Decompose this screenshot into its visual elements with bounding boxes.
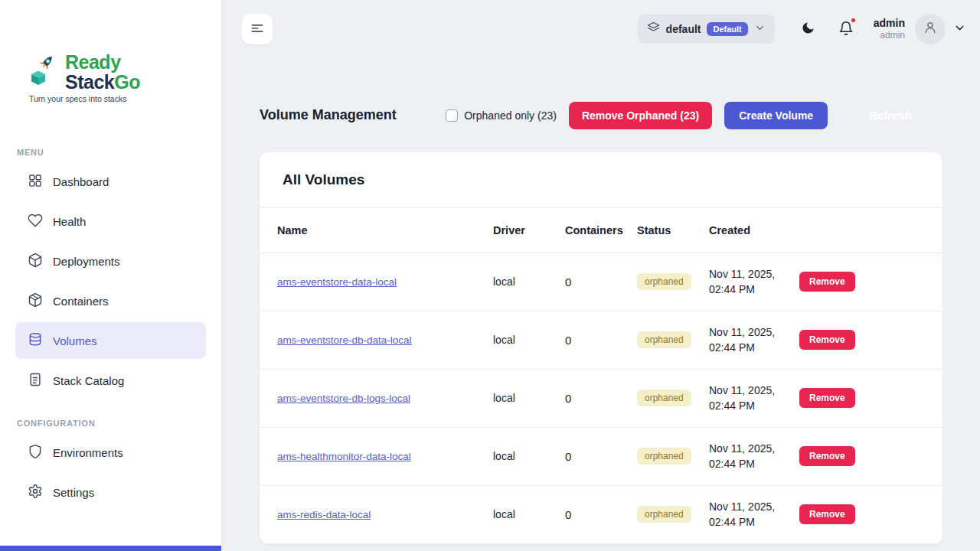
sidebar-footer-bar	[0, 546, 221, 551]
status-badge: orphaned	[637, 331, 691, 348]
column-header-containers: Containers	[565, 208, 637, 253]
gear-icon	[28, 484, 43, 501]
sidebar-item-containers[interactable]: Containers	[15, 282, 206, 319]
orphaned-only-checkbox[interactable]	[446, 109, 458, 122]
environment-selector[interactable]: default Default	[638, 15, 775, 44]
card-title: All Volumes	[260, 152, 942, 208]
created-cell: Nov 11, 2025, 02:44 PM	[709, 369, 799, 427]
sidebar-item-health[interactable]: Health	[15, 203, 206, 240]
status-badge: orphaned	[637, 506, 691, 523]
orphaned-only-checkbox-label: Orphaned only (23)	[446, 109, 557, 122]
brand-name-stack: Stack	[65, 71, 114, 93]
created-date: Nov 11, 2025,	[709, 266, 799, 282]
page-title: Volume Management	[260, 107, 397, 123]
created-date: Nov 11, 2025,	[709, 324, 799, 340]
sidebar-item-dashboard[interactable]: Dashboard	[15, 163, 206, 200]
sidebar-item-deployments[interactable]: Deployments	[15, 243, 206, 279]
volume-name-link[interactable]: ams-eventstore-db-data-local	[277, 334, 412, 346]
column-header-status: Status	[637, 208, 709, 253]
heart-icon	[28, 213, 43, 230]
driver-cell: local	[493, 427, 565, 485]
created-cell: Nov 11, 2025, 02:44 PM	[709, 253, 799, 311]
moon-icon	[801, 21, 815, 37]
sidebar-item-settings[interactable]: Settings	[15, 474, 206, 510]
table-row: ams-redis-data-local local 0 orphaned No…	[260, 485, 942, 543]
volumes-table-body: ams-eventstore-data-local local 0 orphan…	[260, 253, 942, 543]
table-row: ams-healthmonitor-data-local local 0 orp…	[260, 427, 942, 485]
orphaned-only-text: Orphaned only (23)	[464, 109, 557, 122]
sidebar-item-label: Containers	[53, 295, 109, 308]
sidebar-item-environments[interactable]: Environments	[15, 434, 206, 471]
header-controls: Orphaned only (23) Remove Orphaned (23) …	[446, 101, 942, 129]
database-icon	[28, 332, 43, 350]
sidebar-item-volumes[interactable]: Volumes	[15, 322, 206, 359]
configuration-section-label: CONFIGURATION	[0, 419, 221, 428]
volume-name-link[interactable]: ams-healthmonitor-data-local	[277, 451, 411, 462]
shield-icon	[28, 444, 43, 461]
remove-button[interactable]: Remove	[799, 446, 855, 466]
volumes-table: Name Driver Containers Status Created am…	[260, 208, 942, 544]
volume-name-link[interactable]: ams-eventstore-data-local	[277, 276, 397, 288]
catalog-icon	[28, 372, 43, 390]
page-content: Volume Management Orphaned only (23) Rem…	[222, 58, 980, 551]
topbar: default Default	[222, 0, 980, 58]
column-header-created: Created	[709, 208, 799, 253]
environment-default-badge: Default	[707, 22, 747, 36]
chevron-down-icon	[953, 21, 966, 37]
layers-icon	[647, 21, 660, 37]
refresh-button[interactable]: Refresh	[866, 101, 915, 129]
created-time: 02:44 PM	[709, 282, 799, 297]
brand-name-go: Go	[114, 71, 140, 93]
dark-mode-toggle[interactable]	[801, 21, 815, 37]
sidebar-menu: Dashboard Health Deployments Containers …	[0, 163, 221, 399]
status-badge: orphaned	[637, 390, 691, 406]
created-cell: Nov 11, 2025, 02:44 PM	[709, 311, 799, 369]
user-name: admin	[874, 16, 905, 30]
driver-cell: local	[493, 311, 565, 369]
hamburger-menu-button[interactable]	[242, 14, 273, 44]
brand-tagline: Turn your specs into stacks	[0, 94, 221, 103]
containers-cell: 0	[565, 253, 637, 311]
brand-name: Ready StackGo	[65, 52, 140, 92]
remove-button[interactable]: Remove	[799, 504, 855, 524]
sidebar: Ready StackGo Turn your specs into stack…	[0, 0, 222, 551]
remove-orphaned-button[interactable]: Remove Orphaned (23)	[569, 102, 712, 129]
volume-name-link[interactable]: ams-redis-data-local	[277, 509, 371, 520]
created-time: 02:44 PM	[709, 514, 799, 530]
remove-button[interactable]: Remove	[799, 388, 855, 408]
table-header-row: Name Driver Containers Status Created	[260, 208, 942, 253]
hamburger-icon	[250, 21, 265, 38]
containers-cell: 0	[565, 427, 637, 485]
sidebar-item-label: Health	[53, 215, 86, 228]
status-badge: orphaned	[637, 273, 691, 290]
sidebar-item-label: Environments	[53, 446, 123, 459]
column-header-name: Name	[260, 208, 493, 253]
containers-cell: 0	[565, 369, 637, 427]
notification-dot	[850, 17, 857, 24]
column-header-driver: Driver	[493, 208, 565, 253]
status-badge: orphaned	[637, 448, 691, 465]
notifications-button[interactable]	[838, 21, 854, 38]
rocket-cube-logo-icon	[26, 52, 61, 90]
table-row: ams-eventstore-db-logs-local local 0 orp…	[260, 369, 942, 427]
environment-name: default	[666, 23, 701, 35]
avatar[interactable]	[915, 14, 946, 44]
created-date: Nov 11, 2025,	[709, 499, 799, 514]
volume-name-link[interactable]: ams-eventstore-db-logs-local	[277, 393, 410, 404]
created-date: Nov 11, 2025,	[709, 441, 799, 456]
sidebar-item-label: Volumes	[53, 334, 97, 347]
create-volume-button[interactable]: Create Volume	[724, 102, 828, 129]
created-cell: Nov 11, 2025, 02:44 PM	[709, 485, 799, 543]
user-menu-chevron[interactable]	[953, 21, 966, 37]
created-time: 02:44 PM	[709, 340, 799, 355]
sidebar-item-stack-catalog[interactable]: Stack Catalog	[15, 362, 206, 399]
sidebar-item-label: Settings	[53, 486, 94, 499]
package-icon	[28, 253, 43, 270]
sidebar-item-label: Stack Catalog	[53, 374, 124, 387]
driver-cell: local	[493, 369, 565, 427]
remove-button[interactable]: Remove	[799, 272, 855, 292]
remove-button[interactable]: Remove	[799, 330, 855, 350]
brand-logo: Ready StackGo	[0, 52, 221, 92]
driver-cell: local	[493, 485, 565, 543]
page-header: Volume Management Orphaned only (23) Rem…	[260, 101, 942, 129]
